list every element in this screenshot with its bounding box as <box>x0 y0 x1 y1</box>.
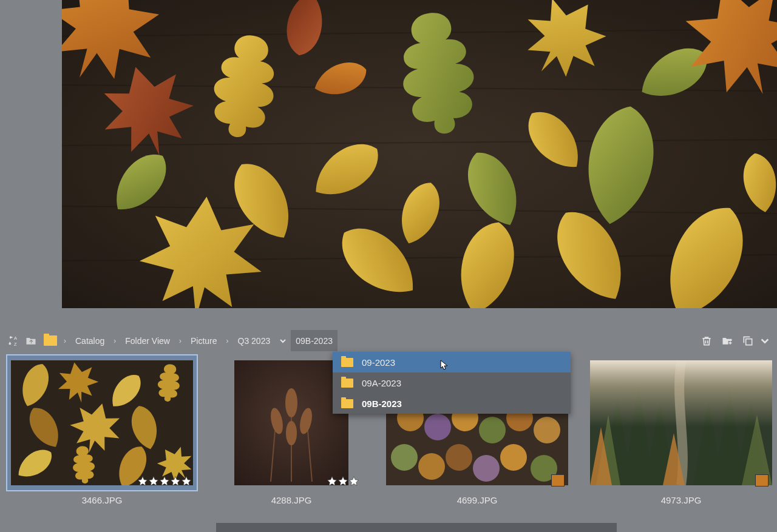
thumbnail-filename: 4973.JPG <box>661 495 702 505</box>
chevron-right-icon[interactable]: › <box>110 336 119 345</box>
svg-point-12 <box>285 388 297 417</box>
dropdown-item-label: 09B-2023 <box>362 399 402 409</box>
svg-point-32 <box>446 444 472 471</box>
chevron-right-icon[interactable]: › <box>223 336 232 345</box>
chevron-down-icon[interactable] <box>760 333 770 349</box>
thumbnail-cell[interactable]: 4973.JPG <box>590 355 772 505</box>
dropdown-item[interactable]: 09B-2023 <box>333 393 571 414</box>
breadcrumb-toolbar: A Z › Catalog › Folder View › Picture › … <box>0 330 777 351</box>
crumb-q3-2023[interactable]: Q3 2023 <box>233 330 276 351</box>
chevron-right-icon[interactable]: › <box>176 336 185 345</box>
thumbnail-filename: 3466.JPG <box>82 495 123 505</box>
color-label <box>755 474 769 487</box>
up-folder-icon[interactable] <box>23 333 39 349</box>
svg-text:A: A <box>14 335 17 341</box>
svg-rect-9 <box>746 338 752 345</box>
dropdown-item[interactable]: 09-2023 <box>333 352 571 372</box>
chevron-right-icon[interactable]: › <box>61 336 69 345</box>
crumb-picture[interactable]: Picture <box>186 330 222 351</box>
svg-point-25 <box>424 414 451 440</box>
folder-icon <box>341 399 353 408</box>
folder-icon <box>341 379 353 388</box>
new-folder-icon[interactable] <box>719 333 736 349</box>
rating-stars <box>327 476 359 487</box>
dropdown-item-label: 09A-2023 <box>362 378 401 388</box>
svg-point-15 <box>286 421 297 445</box>
svg-point-33 <box>473 455 500 482</box>
svg-rect-47 <box>590 360 772 427</box>
trash-icon[interactable] <box>698 333 715 349</box>
preview-pane <box>62 0 777 308</box>
crumb-current[interactable]: 09B-2023 <box>291 330 338 351</box>
copy-icon[interactable] <box>739 333 756 349</box>
svg-point-29 <box>534 417 560 443</box>
sort-az-icon[interactable]: A Z <box>6 333 22 349</box>
crumb-folderview[interactable]: Folder View <box>120 330 175 351</box>
dropdown-item-label: 09-2023 <box>362 357 395 368</box>
folder-icon <box>341 358 353 367</box>
svg-point-31 <box>418 453 445 480</box>
root-folder-icon[interactable] <box>44 335 57 346</box>
rating-stars <box>137 476 192 487</box>
svg-point-27 <box>479 417 506 443</box>
horizontal-scrollbar[interactable] <box>216 523 617 532</box>
thumbnail-cell[interactable]: 3466.JPG <box>7 355 197 505</box>
svg-point-30 <box>391 444 418 471</box>
dropdown-item[interactable]: 09A-2023 <box>333 372 571 393</box>
crumb-catalog[interactable]: Catalog <box>70 330 109 351</box>
svg-text:Z: Z <box>14 341 17 346</box>
thumbnail-filename: 4288.JPG <box>271 495 312 505</box>
folder-dropdown: 09-2023 09A-2023 09B-2023 <box>333 352 571 414</box>
color-label <box>551 474 565 487</box>
svg-point-34 <box>500 444 527 471</box>
chevron-down-icon[interactable] <box>276 337 290 345</box>
thumbnail-filename: 4699.JPG <box>457 495 498 505</box>
